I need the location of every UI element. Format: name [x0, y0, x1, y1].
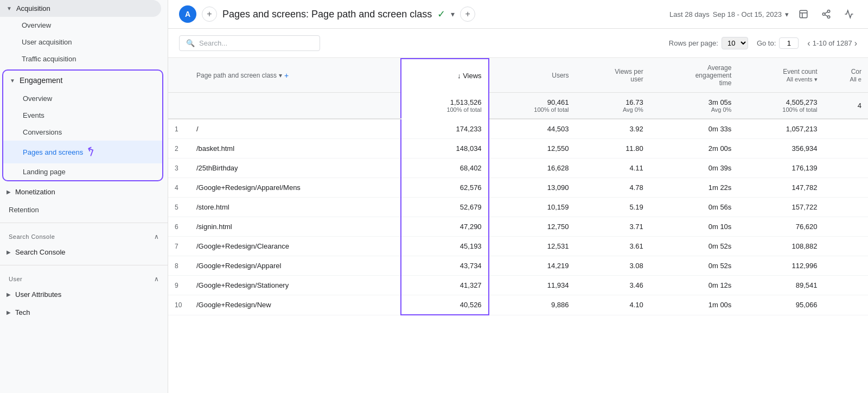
cell-avg-engagement-time: 0m 52s	[650, 256, 738, 276]
sidebar: ▼ Acquisition Overview User acquisition …	[0, 0, 168, 393]
col-header-views-per-user[interactable]: Views peruser	[576, 59, 650, 93]
page-header-right: Last 28 days Sep 18 - Oct 15, 2023 ▾	[669, 6, 857, 22]
cell-num: 1	[168, 119, 190, 139]
next-page-button[interactable]: ›	[854, 39, 857, 48]
cell-users: 12,750	[489, 217, 576, 237]
date-range-label: Last 28 days	[669, 10, 710, 18]
cell-event-count: 356,934	[738, 139, 824, 159]
chevron-right-icon: ▶	[7, 249, 11, 255]
col-header-page-path[interactable]: Page path and screen class ▾ +	[190, 59, 401, 93]
sidebar-item-traffic-acquisition-label: Traffic acquisition	[22, 55, 76, 63]
sidebar-item-user-attributes[interactable]: ▶ User Attributes	[0, 286, 161, 303]
cell-users: 12,531	[489, 237, 576, 256]
cell-users: 14,219	[489, 256, 576, 276]
col-header-conversions[interactable]: Cor All e	[824, 59, 868, 93]
purple-arrow-icon: ↰	[83, 144, 97, 161]
summary-views-per-user: 16.73 Avg 0%	[576, 93, 650, 119]
cell-views: 62,576	[401, 178, 489, 198]
col-header-event-count[interactable]: Event count All events ▾	[738, 59, 824, 93]
chevron-down-icon: ▼	[10, 78, 15, 84]
sidebar-item-tech[interactable]: ▶ Tech	[0, 304, 161, 321]
add-col-icon[interactable]: +	[284, 71, 289, 80]
sort-down-icon: ↓	[457, 72, 461, 80]
col-header-views[interactable]: ↓ Views	[401, 59, 489, 93]
search-placeholder: Search...	[199, 39, 227, 47]
filter-dropdown-icon[interactable]: ▾	[279, 72, 282, 79]
nav-group-search-console: ▶ Search Console	[0, 244, 168, 261]
sidebar-item-acquisition[interactable]: ▼ Acquisition	[0, 0, 161, 17]
summary-num	[168, 93, 190, 119]
cell-views: 45,193	[401, 237, 489, 256]
goto-label: Go to:	[757, 39, 776, 47]
sidebar-item-traffic-acquisition[interactable]: Traffic acquisition	[0, 50, 161, 67]
cell-views-per-user: 3.92	[576, 119, 650, 139]
chevron-right-icon: ▶	[7, 309, 11, 315]
cell-users: 13,090	[489, 178, 576, 198]
cell-views: 47,290	[401, 217, 489, 237]
cell-users: 16,628	[489, 159, 576, 178]
cell-users: 9,886	[489, 295, 576, 315]
chevron-right-icon: ▶	[7, 189, 11, 195]
title-dropdown-icon[interactable]: ▾	[451, 10, 455, 18]
search-icon: 🔍	[186, 39, 195, 47]
nav-group-acquisition: ▼ Acquisition Overview User acquisition …	[0, 0, 168, 67]
table-row: 5 /store.html 52,679 10,159 5.19 0m 56s …	[168, 198, 868, 217]
cell-views: 148,034	[401, 139, 489, 159]
search-box[interactable]: 🔍 Search...	[179, 35, 320, 51]
table-row: 6 /signin.html 47,290 12,750 3.71 0m 10s…	[168, 217, 868, 237]
table-header-row: Page path and screen class ▾ + ↓ Views U…	[168, 59, 868, 93]
nav-group-monetization: ▶ Monetization	[0, 183, 168, 200]
sidebar-item-search-console[interactable]: ▶ Search Console	[0, 244, 161, 261]
sidebar-section-search-console-header: Search Console ∧	[0, 227, 168, 244]
table-body: 1 / 174,233 44,503 3.92 0m 33s 1,057,213…	[168, 119, 868, 315]
summary-event-count: 4,505,273 100% of total	[738, 93, 824, 119]
svg-point-2	[822, 13, 825, 16]
nav-arrows: ‹ 1-10 of 1287 ›	[807, 39, 857, 48]
cell-page-path: /basket.html	[190, 139, 401, 159]
cell-event-count: 157,722	[738, 198, 824, 217]
col-header-page-path-label: Page path and screen class	[196, 72, 277, 79]
sidebar-item-landing-page[interactable]: Landing page	[3, 163, 162, 180]
sidebar-item-pages-and-screens[interactable]: Pages and screens ↰	[3, 141, 162, 163]
cell-views: 52,679	[401, 198, 489, 217]
cell-views-per-user: 3.61	[576, 237, 650, 256]
goto-input[interactable]	[779, 37, 799, 49]
sidebar-item-retention[interactable]: Retention	[0, 201, 161, 218]
cell-page-path: /Google+Redesign/Clearance	[190, 237, 401, 256]
cell-views-per-user: 5.19	[576, 198, 650, 217]
cell-views-per-user: 3.08	[576, 256, 650, 276]
cell-avg-engagement-time: 0m 12s	[650, 276, 738, 295]
nav-group-retention: Retention	[0, 201, 168, 218]
rows-per-page-select[interactable]: 10 25 50	[722, 37, 748, 49]
cell-event-count: 76,620	[738, 217, 824, 237]
cell-page-path: /Google+Redesign/Stationery	[190, 276, 401, 295]
col-header-users[interactable]: Users	[489, 59, 576, 93]
cell-event-count: 89,541	[738, 276, 824, 295]
cell-page-path: /Google+Redesign/New	[190, 295, 401, 315]
prev-page-button[interactable]: ‹	[807, 39, 810, 48]
cell-users: 10,159	[489, 198, 576, 217]
sidebar-item-events[interactable]: Events	[3, 107, 162, 124]
cell-page-path: /	[190, 119, 401, 139]
add-button[interactable]: +	[202, 7, 217, 22]
col-header-avg-engagement-time[interactable]: Averageengagementtime	[650, 59, 738, 93]
share-icon[interactable]	[818, 6, 834, 22]
cell-views-per-user: 4.78	[576, 178, 650, 198]
date-range-dropdown-icon: ▾	[785, 10, 789, 18]
sidebar-item-eng-overview[interactable]: Overview	[3, 90, 162, 107]
sidebar-item-monetization[interactable]: ▶ Monetization	[0, 183, 161, 200]
sidebar-item-overview[interactable]: Overview	[0, 17, 161, 34]
avatar[interactable]: A	[179, 5, 196, 23]
nav-group-user-attributes: ▶ User Attributes	[0, 286, 168, 303]
date-range-picker[interactable]: Last 28 days Sep 18 - Oct 15, 2023 ▾	[669, 10, 789, 18]
sidebar-item-conversions[interactable]: Conversions	[3, 124, 162, 141]
sidebar-item-overview-label: Overview	[22, 21, 51, 29]
add-comparison-button[interactable]: +	[460, 7, 475, 22]
chart-icon[interactable]	[795, 6, 812, 22]
cell-avg-engagement-time: 1m 00s	[650, 295, 738, 315]
cell-views-per-user: 3.71	[576, 217, 650, 237]
cell-users: 12,550	[489, 139, 576, 159]
sidebar-item-engagement[interactable]: ▼ Engagement	[3, 71, 162, 90]
sidebar-item-user-acquisition[interactable]: User acquisition	[0, 34, 161, 50]
trend-icon[interactable]	[841, 6, 857, 22]
